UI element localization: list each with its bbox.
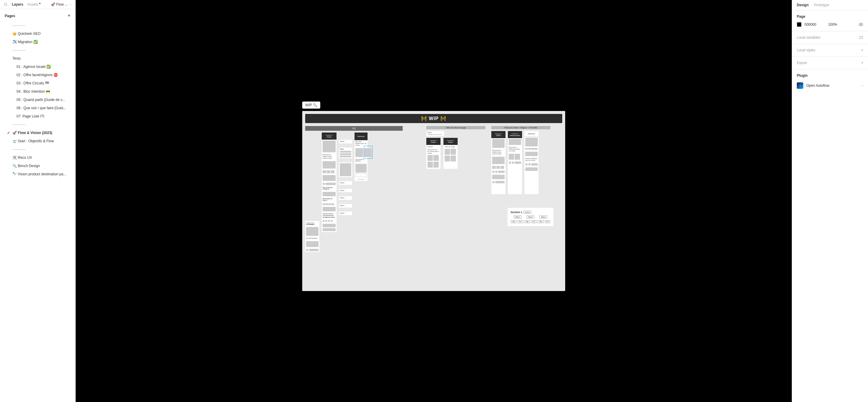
tree-node: tination [524, 211, 531, 214]
tree-diagram: Section 1 tination Région Région Région … [507, 208, 553, 226]
add-export-icon[interactable]: + [861, 61, 863, 65]
svg-point-0 [4, 3, 6, 5]
mock-title: Grèce [492, 135, 505, 136]
settings-icon[interactable] [859, 35, 863, 39]
tree-node: POI [545, 220, 550, 223]
plugin-icon: → [797, 82, 803, 89]
tree-node: Ville [538, 220, 543, 223]
plugin-name[interactable]: Open Autoflow [806, 83, 829, 88]
page-item[interactable]: 🔍 Bench Design [2, 162, 73, 170]
section-bar-parcours: Parcours Desti > Région > POI/Ville [491, 126, 550, 129]
local-vars-label: Local variables [797, 35, 820, 39]
file-crumb-text: 🚀 Flow ... [51, 2, 68, 6]
page-item[interactable]: ----------- [2, 121, 73, 129]
tab-design[interactable]: Design [797, 3, 809, 7]
local-styles-label: Local styles [797, 48, 815, 52]
left-sidebar: Layers Assets WIP 🔍 🚀 Flow ... Pages + -… [0, 0, 75, 402]
section-export[interactable]: Export + [792, 57, 868, 69]
section-plugin: Plugin → Open Autoflow − [792, 69, 868, 94]
page-item[interactable]: 🛫 Start : Objectifs & Flow [2, 137, 73, 145]
page-item[interactable]: 🚀 Flow & Vision (2023) [2, 129, 73, 137]
page-item[interactable]: Tests [2, 54, 73, 63]
visibility-icon[interactable] [859, 22, 863, 27]
chevron-up-icon [69, 3, 72, 6]
filtres-label: Filtres [340, 148, 351, 150]
remove-plugin-icon[interactable]: − [861, 83, 863, 88]
tab-assets[interactable]: Assets [28, 2, 38, 6]
page-item[interactable]: ----------- [2, 145, 73, 154]
page-item[interactable]: 01 : Agence locale ✅ [2, 63, 73, 71]
assets-badge-dot [39, 3, 40, 4]
export-label: Export [797, 61, 807, 65]
tree-node: POI [531, 220, 537, 223]
page-item[interactable]: ----------- [2, 21, 73, 30]
mock-title: Mycènes [355, 135, 367, 137]
left-header: Layers Assets WIP 🔍 🚀 Flow ... [0, 0, 75, 9]
svg-point-1 [860, 24, 862, 25]
tree-node: POI [518, 220, 523, 223]
page-color-hex[interactable]: 000000 [804, 23, 816, 27]
plugin-title: Plugin [797, 73, 863, 78]
main-frame: 🚧 WIP 🚧 V1 Voyage à Grèce ATHÈNES [302, 111, 565, 291]
page-item[interactable]: 06 : Que voir / que faire [Guid... [2, 104, 73, 112]
mock-title: Grèce [322, 136, 336, 138]
tree-node: Région [527, 215, 534, 219]
file-crumb[interactable]: WIP 🔍 🚀 Flow ... [51, 2, 72, 6]
section-page: Page 000000 100% [792, 10, 868, 31]
pages-title: Pages [5, 14, 15, 18]
page-item[interactable]: 03 : Offre Circuits 🏁 [2, 79, 73, 87]
page-item[interactable]: 🛠️ Reco UX [2, 154, 73, 162]
mock-text: Découvrez les meilleurs lieux à visiter … [322, 153, 337, 160]
add-page-button[interactable]: + [67, 13, 71, 19]
pages-header: Pages + [0, 9, 75, 21]
mock-title: ATHÈNES [306, 224, 318, 225]
page-item[interactable]: ----------- [2, 46, 73, 54]
page-item[interactable]: 04 : Bloc Intention 🚧 [2, 87, 73, 96]
frame-label[interactable]: WIP 🔍 [302, 102, 320, 109]
tab-layers[interactable]: Layers [12, 2, 23, 6]
tree-node: Région [514, 215, 522, 219]
page-list: -----------👑 Quickwin SEO✈️ Migration ✅-… [0, 21, 75, 402]
tree-node: Ville [524, 220, 530, 223]
page-item[interactable]: 🔭 Vision product destination pa... [2, 170, 73, 178]
mock-title: Mycènes [525, 133, 538, 135]
page-color-swatch[interactable] [797, 22, 802, 27]
canvas[interactable]: WIP 🔍 🚧 WIP 🚧 V1 Voyage à Grèce [75, 0, 792, 402]
tree-title: Section 1 [510, 211, 522, 214]
add-style-icon[interactable]: + [861, 48, 863, 52]
right-sidebar: Design Prototype Page 000000 100% Local … [792, 0, 868, 402]
tree-node: Ville [511, 220, 517, 223]
v1-label: V1 [305, 126, 403, 131]
page-item[interactable]: ✈️ Migration ✅ [2, 38, 73, 46]
section-title: Page [797, 14, 863, 19]
mock-sub: Voyage en [322, 134, 336, 136]
section-local-styles[interactable]: Local styles + [792, 44, 868, 57]
mock-title: Péloponnèse [508, 135, 522, 136]
right-header: Design Prototype [792, 0, 868, 10]
section-local-variables[interactable]: Local variables [792, 31, 868, 44]
tree-node: Région [539, 215, 547, 219]
mock-title: Grèce [444, 141, 457, 143]
mock-title: Grèce [427, 141, 440, 143]
wip-banner: 🚧 WIP 🚧 [305, 114, 562, 123]
page-item[interactable]: 👑 Quickwin SEO [2, 30, 73, 38]
page-item[interactable]: 02 : Offre facet/régions ⛔ [2, 71, 73, 79]
search-icon[interactable] [4, 2, 8, 6]
page-item[interactable]: 07: Page Liste ITI [2, 112, 73, 121]
section-bar-offre: Offre en haut de page [426, 126, 486, 129]
tab-prototype[interactable]: Prototype [814, 3, 829, 7]
page-color-opacity[interactable]: 100% [828, 23, 837, 27]
page-item[interactable]: 05 : Quand partir [Guide de v... [2, 96, 73, 104]
